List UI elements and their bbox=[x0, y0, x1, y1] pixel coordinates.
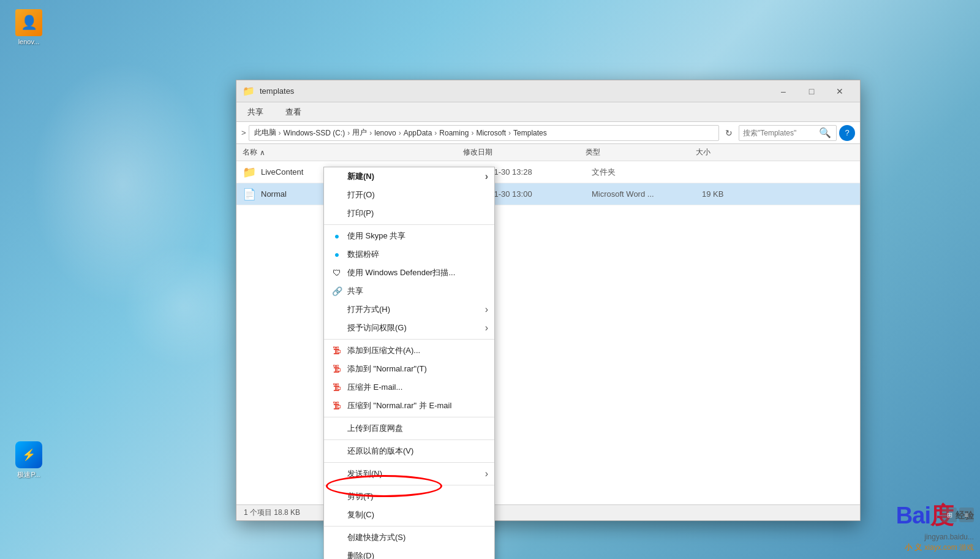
col-header-type[interactable]: 类型 bbox=[586, 147, 696, 158]
ribbon: 共享 查看 bbox=[236, 102, 860, 122]
col-header-size[interactable]: 大小 bbox=[696, 147, 769, 158]
title-bar: 📁 templates – □ ✕ bbox=[236, 80, 860, 102]
ctx-open-with[interactable]: 打开方式(H) bbox=[324, 300, 494, 319]
address-path[interactable]: 此电脑 › Windows-SSD (C:) › 用户 › lenovo › A… bbox=[249, 125, 719, 141]
ctx-sep-3 bbox=[324, 417, 494, 417]
ctx-access[interactable]: 授予访问权限(G) bbox=[324, 319, 494, 337]
ctx-access-label: 授予访问权限(G) bbox=[347, 322, 407, 333]
ctx-skype-label: 使用 Skype 共享 bbox=[347, 230, 405, 241]
refresh-button[interactable]: ↻ bbox=[722, 126, 736, 140]
ctx-share-label: 共享 bbox=[347, 286, 363, 297]
help-button[interactable]: ? bbox=[839, 125, 855, 141]
desktop-icon-lenovo[interactable]: 👤 lenov... bbox=[7, 9, 50, 45]
ctx-sep-1 bbox=[324, 224, 494, 225]
sort-icon: ∧ bbox=[260, 148, 265, 157]
lenovo-label: lenov... bbox=[18, 38, 40, 45]
col-header-name[interactable]: 名称 ∧ bbox=[243, 147, 463, 158]
ctx-shred-icon: ● bbox=[331, 249, 342, 260]
ctx-open-icon bbox=[331, 189, 342, 200]
ctx-shred[interactable]: ● 数据粉碎 bbox=[324, 245, 494, 264]
ctx-add-rar[interactable]: 🗜 添加到 "Normal.rar"(T) bbox=[324, 360, 494, 378]
ctx-sep-7 bbox=[324, 526, 494, 527]
ctx-cut-label: 剪切(T) bbox=[347, 491, 374, 502]
ctx-share-icon: 🔗 bbox=[331, 286, 342, 297]
ctx-open[interactable]: 打开(O) bbox=[324, 186, 494, 204]
context-menu: 新建(N) 打开(O) 打印(P) ● 使用 Skype 共享 ● 数据粉碎 🛡… bbox=[323, 167, 495, 559]
address-prefix: > bbox=[241, 128, 246, 137]
ctx-new-icon bbox=[331, 171, 342, 182]
ctx-print-icon bbox=[331, 208, 342, 219]
ctx-add-zip-icon: 🗜 bbox=[331, 345, 342, 356]
ctx-create-shortcut[interactable]: 创建快捷方式(S) bbox=[324, 528, 494, 547]
path-templates: Templates bbox=[513, 129, 547, 137]
folder-icon: 📁 bbox=[243, 165, 256, 179]
ctx-copy[interactable]: 复制(C) bbox=[324, 506, 494, 524]
ctx-shortcut-label: 创建快捷方式(S) bbox=[347, 532, 405, 543]
bottom-right-icons: ⊞ ≡ bbox=[942, 508, 974, 522]
ctx-send-to[interactable]: 发送到(N) bbox=[324, 465, 494, 483]
list-icon: ≡ bbox=[959, 508, 974, 522]
word-icon: 📄 bbox=[243, 188, 256, 201]
ctx-delete-icon bbox=[331, 550, 342, 559]
ctx-delete-label: 删除(D) bbox=[347, 550, 374, 559]
ctx-cut[interactable]: 剪切(T) bbox=[324, 487, 494, 506]
path-pc: 此电脑 bbox=[254, 127, 276, 138]
path-microsoft: Microsoft bbox=[476, 129, 506, 137]
ctx-new[interactable]: 新建(N) bbox=[324, 167, 494, 186]
ctx-shred-label: 数据粉碎 bbox=[347, 249, 379, 260]
ctx-send-to-label: 发送到(N) bbox=[347, 468, 382, 479]
search-box[interactable]: 🔍 bbox=[739, 125, 837, 141]
ctx-restore-icon bbox=[331, 446, 342, 457]
ctx-baidu-label: 上传到百度网盘 bbox=[347, 423, 403, 434]
ctx-zip-email-icon: 🗜 bbox=[331, 382, 342, 393]
path-appdata: AppData bbox=[404, 129, 432, 137]
maximize-button[interactable]: □ bbox=[797, 82, 826, 101]
ctx-sep-6 bbox=[324, 485, 494, 485]
tab-view[interactable]: 查看 bbox=[281, 104, 306, 120]
ctx-defender-label: 使用 Windows Defender扫描... bbox=[347, 267, 455, 278]
title-controls: – □ ✕ bbox=[769, 82, 854, 101]
file-type: Microsoft Word ... bbox=[592, 189, 702, 199]
ctx-skype[interactable]: ● 使用 Skype 共享 bbox=[324, 227, 494, 245]
baidu-watermark: Bai度 经验 jingyan.baidu... 小 义 xiayx.com 游… bbox=[784, 461, 980, 559]
close-button[interactable]: ✕ bbox=[826, 82, 854, 101]
ctx-add-zip[interactable]: 🗜 添加到压缩文件(A)... bbox=[324, 341, 494, 360]
ctx-copy-label: 复制(C) bbox=[347, 509, 374, 520]
status-text: 1 个项目 18.8 KB bbox=[244, 508, 300, 518]
ctx-restore[interactable]: 还原以前的版本(V) bbox=[324, 442, 494, 460]
search-input[interactable] bbox=[743, 129, 816, 137]
ctx-cut-icon bbox=[331, 491, 342, 502]
desktop-icon-jisu[interactable]: ⚡ 极速P... bbox=[7, 441, 50, 479]
xiayx-watermark: 小 义 xiayx.com 游戏 bbox=[905, 542, 974, 553]
ctx-sep-2 bbox=[324, 339, 494, 340]
ctx-sep-5 bbox=[324, 462, 494, 463]
ctx-print-label: 打印(P) bbox=[347, 208, 374, 219]
col-header-date[interactable]: 修改日期 bbox=[463, 147, 586, 158]
desktop-blob2 bbox=[123, 245, 245, 368]
ctx-print[interactable]: 打印(P) bbox=[324, 204, 494, 222]
minimize-button[interactable]: – bbox=[769, 82, 797, 101]
tab-share[interactable]: 共享 bbox=[243, 104, 268, 120]
ctx-open-label: 打开(O) bbox=[347, 189, 375, 200]
ctx-zip-rar-email[interactable]: 🗜 压缩到 "Normal.rar" 并 E-mail bbox=[324, 397, 494, 415]
ctx-skype-icon: ● bbox=[331, 230, 342, 241]
ctx-open-with-icon bbox=[331, 304, 342, 315]
ctx-copy-icon bbox=[331, 509, 342, 520]
ctx-open-with-label: 打开方式(H) bbox=[347, 304, 390, 315]
jisu-label: 极速P... bbox=[17, 470, 40, 479]
ctx-defender[interactable]: 🛡 使用 Windows Defender扫描... bbox=[324, 264, 494, 282]
ctx-add-zip-label: 添加到压缩文件(A)... bbox=[347, 345, 420, 356]
window-icon: 📁 bbox=[243, 85, 255, 97]
path-drive: Windows-SSD (C:) bbox=[284, 129, 345, 137]
ctx-share[interactable]: 🔗 共享 bbox=[324, 282, 494, 300]
ctx-access-icon bbox=[331, 322, 342, 333]
ctx-baidu-upload[interactable]: 上传到百度网盘 bbox=[324, 419, 494, 438]
ctx-zip-rar-email-icon: 🗜 bbox=[331, 400, 342, 411]
ctx-sep-4 bbox=[324, 439, 494, 440]
ctx-add-rar-label: 添加到 "Normal.rar"(T) bbox=[347, 363, 427, 375]
jisu-avatar: ⚡ bbox=[15, 441, 42, 468]
address-bar: > 此电脑 › Windows-SSD (C:) › 用户 › lenovo ›… bbox=[236, 122, 860, 144]
ctx-delete[interactable]: 删除(D) bbox=[324, 547, 494, 559]
window-title: templates bbox=[260, 86, 294, 96]
ctx-zip-email[interactable]: 🗜 压缩并 E-mail... bbox=[324, 378, 494, 397]
